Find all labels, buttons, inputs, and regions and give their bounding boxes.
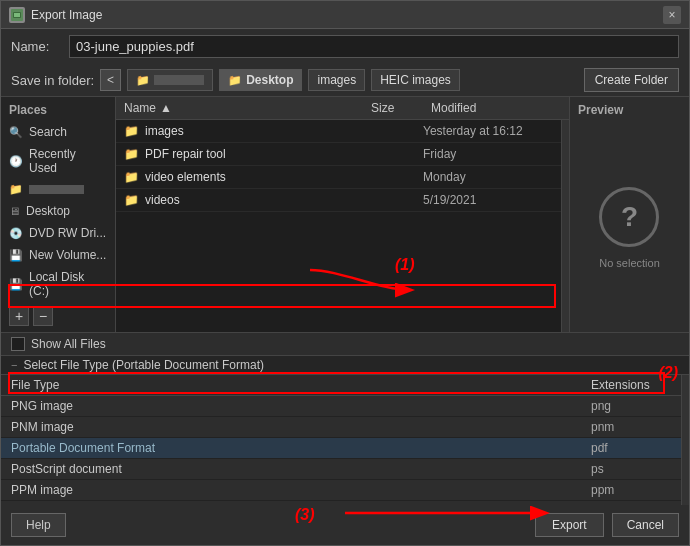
folder-icon-file1: 📁 [124, 124, 139, 138]
file-modified-1: Yesterday at 16:12 [423, 124, 553, 138]
table-row[interactable]: 📁 PDF repair tool Friday [116, 143, 561, 166]
export-image-dialog: Export Image × Name: Save in folder: < 📁… [0, 0, 690, 546]
export-button[interactable]: Export [535, 513, 604, 537]
places-item-newvol[interactable]: 💾 New Volume... [1, 244, 115, 266]
dialog-title: Export Image [31, 8, 102, 22]
table-row[interactable]: 📁 images Yesterday at 16:12 [116, 120, 561, 143]
places-item-folder1[interactable]: 📁 [1, 179, 115, 200]
places-localdisk-label: Local Disk (C:) [29, 270, 107, 298]
list-item[interactable]: PNM image pnm [1, 417, 681, 438]
file-modified-4: 5/19/2021 [423, 193, 553, 207]
folder-icon-file3: 📁 [124, 170, 139, 184]
breadcrumb-heic[interactable]: HEIC images [371, 69, 460, 91]
list-item[interactable]: PostScript document ps [1, 459, 681, 480]
action-buttons: Export Cancel [535, 513, 679, 537]
breadcrumb-images[interactable]: images [308, 69, 365, 91]
ft-list: File Type Extensions PNG image png PNM i… [1, 375, 681, 505]
folder1-bar [29, 185, 84, 194]
close-button[interactable]: × [663, 6, 681, 24]
list-item[interactable]: Radiance RGBE hdr [1, 501, 681, 505]
bottom-buttons: Help Export Cancel [1, 505, 689, 545]
collapse-icon: − [11, 359, 17, 371]
places-add-button[interactable]: + [9, 306, 29, 326]
file-type-table: File Type Extensions PNG image png PNM i… [1, 375, 689, 505]
file-list-area: Name ▲ Size Modified 📁 images [116, 97, 569, 332]
breadcrumb-home[interactable]: 📁 [127, 69, 213, 91]
col-name-header[interactable]: Name ▲ [124, 101, 371, 115]
preview-icon-area: ? No selection [599, 123, 660, 332]
breadcrumb-images-label: images [317, 73, 356, 87]
list-item[interactable]: PPM image ppm [1, 480, 681, 501]
name-row: Name: [1, 29, 689, 64]
preview-panel: Preview ? No selection [569, 97, 689, 332]
name-label: Name: [11, 39, 61, 54]
file-list-container: 📁 images Yesterday at 16:12 📁 PDF repair… [116, 120, 569, 332]
create-folder-button[interactable]: Create Folder [584, 68, 679, 92]
file-modified-2: Friday [423, 147, 553, 161]
folder-row: Save in folder: < 📁 📁 Desktop images HEI… [1, 64, 689, 97]
no-selection-label: No selection [599, 257, 660, 269]
desktop-icon: 🖥 [9, 205, 20, 217]
table-row[interactable]: 📁 video elements Monday [116, 166, 561, 189]
ft-header: File Type Extensions [1, 375, 681, 396]
sort-icon: ▲ [160, 101, 172, 115]
places-item-recent[interactable]: 🕐 Recently Used [1, 143, 115, 179]
clock-icon: 🕐 [9, 155, 23, 168]
show-all-checkbox[interactable] [11, 337, 25, 351]
places-recent-label: Recently Used [29, 147, 107, 175]
places-item-search[interactable]: 🔍 Search [1, 121, 115, 143]
places-dvd-label: DVD RW Dri... [29, 226, 106, 240]
places-item-localdisk[interactable]: 💾 Local Disk (C:) [1, 266, 115, 302]
preview-header: Preview [570, 97, 631, 123]
col-size-header[interactable]: Size [371, 101, 431, 115]
ft-col-type: File Type [11, 378, 591, 392]
file-name-images: 📁 images [124, 124, 363, 138]
file-list: 📁 images Yesterday at 16:12 📁 PDF repair… [116, 120, 561, 332]
places-item-desktop[interactable]: 🖥 Desktop [1, 200, 115, 222]
folder-icon-file2: 📁 [124, 147, 139, 161]
folder-icon-desktop: 📁 [228, 74, 242, 87]
titlebar-left: Export Image [9, 7, 102, 23]
places-newvol-label: New Volume... [29, 248, 106, 262]
file-name-videos: 📁 videos [124, 193, 363, 207]
places-search-label: Search [29, 125, 67, 139]
folder-icon-file4: 📁 [124, 193, 139, 207]
drive-icon-1: 💾 [9, 249, 23, 262]
file-type-row[interactable]: − Select File Type (Portable Document Fo… [1, 355, 689, 375]
places-actions: + − [1, 302, 115, 330]
drive-icon-2: 💾 [9, 278, 23, 291]
svg-rect-2 [14, 13, 20, 17]
help-button[interactable]: Help [11, 513, 66, 537]
folder-icon: 📁 [136, 74, 150, 87]
breadcrumb-desktop[interactable]: 📁 Desktop [219, 69, 302, 91]
search-icon: 🔍 [9, 126, 23, 139]
list-item-pdf[interactable]: Portable Document Format pdf [1, 438, 681, 459]
file-name-pdf: 📁 PDF repair tool [124, 147, 363, 161]
table-row[interactable]: 📁 videos 5/19/2021 [116, 189, 561, 212]
list-item[interactable]: PNG image png [1, 396, 681, 417]
show-all-row: Show All Files [1, 333, 689, 355]
preview-placeholder: ? [599, 187, 659, 247]
places-remove-button[interactable]: − [33, 306, 53, 326]
disc-icon: 💿 [9, 227, 23, 240]
places-panel: Places 🔍 Search 🕐 Recently Used 📁 🖥 Desk… [1, 97, 116, 332]
folder-icon-1: 📁 [9, 183, 23, 196]
filename-input[interactable] [69, 35, 679, 58]
nav-back-button[interactable]: < [100, 69, 121, 91]
cancel-button[interactable]: Cancel [612, 513, 679, 537]
col-modified-header[interactable]: Modified [431, 101, 561, 115]
show-all-label: Show All Files [31, 337, 106, 351]
ft-scrollbar[interactable] [681, 375, 689, 505]
places-header: Places [1, 97, 115, 121]
breadcrumb-home-bar [154, 75, 204, 85]
file-name-video-elements: 📁 video elements [124, 170, 363, 184]
ft-col-ext: Extensions [591, 378, 671, 392]
app-icon [9, 7, 25, 23]
places-item-dvd[interactable]: 💿 DVD RW Dri... [1, 222, 115, 244]
places-desktop-label: Desktop [26, 204, 70, 218]
file-modified-3: Monday [423, 170, 553, 184]
bottom-section: Show All Files − Select File Type (Porta… [1, 332, 689, 545]
file-type-label[interactable]: Select File Type (Portable Document Form… [23, 358, 264, 372]
file-list-header: Name ▲ Size Modified [116, 97, 569, 120]
file-list-scrollbar[interactable] [561, 120, 569, 332]
